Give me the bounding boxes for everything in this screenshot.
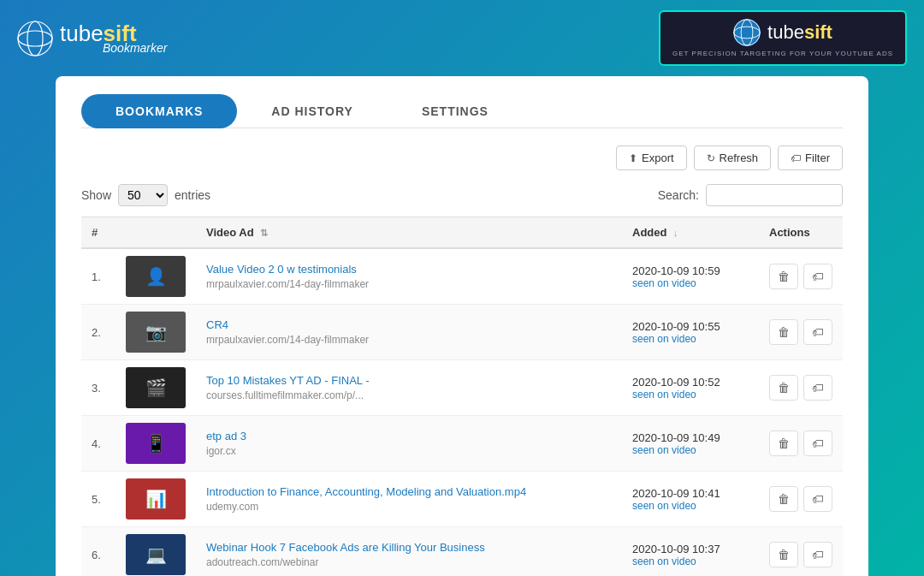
row-added: 2020-10-09 10:59 seen on video — [622, 248, 759, 305]
delete-button[interactable]: 🗑 — [769, 486, 798, 512]
row-actions: 🗑 🏷 — [759, 527, 843, 577]
entries-label: entries — [175, 188, 210, 202]
row-video-info: etp ad 3 igor.cx — [196, 416, 622, 472]
seen-on-video-link[interactable]: seen on video — [632, 389, 749, 401]
delete-button[interactable]: 🗑 — [769, 264, 798, 289]
row-actions: 🗑 🏷 — [759, 416, 843, 472]
row-num: 3. — [81, 360, 116, 416]
row-thumb: 📱 — [116, 416, 196, 472]
logo-right-sift: sift — [804, 21, 832, 43]
entries-select[interactable]: 10 25 50 100 — [118, 184, 168, 206]
row-num: 4. — [81, 416, 116, 472]
row-num: 5. — [81, 472, 116, 527]
tag-button[interactable]: 🏷 — [803, 319, 832, 345]
actions-container: 🗑 🏷 — [769, 486, 832, 512]
logo-tube: tube — [60, 21, 104, 46]
tag-button[interactable]: 🏷 — [803, 375, 832, 401]
row-thumb: 🎬 — [116, 360, 196, 416]
toolbar: ⬆ Export ↻ Refresh 🏷 Filter — [81, 145, 843, 170]
col-actions: Actions — [759, 217, 843, 249]
col-num: # — [81, 217, 116, 249]
logo-sub: Bookmarker — [103, 41, 167, 55]
tab-settings[interactable]: SETTINGS — [388, 94, 523, 128]
search-input[interactable] — [706, 184, 843, 206]
row-thumb: 📊 — [116, 472, 196, 527]
table-header: # Video Ad ⇅ Added ↓ Actions — [81, 217, 843, 249]
refresh-icon: ↻ — [707, 152, 715, 164]
seen-on-video-link[interactable]: seen on video — [632, 500, 749, 512]
video-domain: courses.fulltimefilmmaker.com/p/... — [206, 389, 364, 401]
actions-container: 🗑 🏷 — [769, 264, 832, 289]
table-controls: Show 10 25 50 100 entries Search: — [81, 184, 843, 206]
globe-icon — [17, 21, 53, 56]
table-row: 5. 📊 Introduction to Finance, Accounting… — [81, 472, 843, 527]
video-title-link[interactable]: CR4 — [206, 318, 612, 331]
video-domain: adoutreach.com/webinar — [206, 556, 318, 568]
video-domain: mrpaulxavier.com/14-day-filmmaker — [206, 334, 369, 346]
actions-container: 🗑 🏷 — [769, 431, 832, 456]
tag-button[interactable]: 🏷 — [803, 486, 832, 512]
export-icon: ⬆ — [629, 152, 637, 164]
show-entries: Show 10 25 50 100 entries — [81, 184, 210, 206]
delete-button[interactable]: 🗑 — [769, 319, 798, 345]
row-video-info: CR4 mrpaulxavier.com/14-day-filmmaker — [196, 305, 622, 360]
video-domain: igor.cx — [206, 445, 236, 457]
logo-tagline: GET PRECISION TARGETING FOR YOUR YOUTUBE… — [672, 50, 893, 57]
video-domain: udemy.com — [206, 501, 258, 513]
video-title-link[interactable]: etp ad 3 — [206, 430, 612, 442]
logo-right-tube: tube — [767, 21, 804, 43]
delete-button[interactable]: 🗑 — [769, 431, 798, 456]
added-date: 2020-10-09 10:49 — [632, 431, 749, 444]
seen-on-video-link[interactable]: seen on video — [632, 444, 749, 456]
refresh-button[interactable]: ↻ Refresh — [694, 145, 772, 170]
export-label: Export — [642, 151, 674, 164]
tag-button[interactable]: 🏷 — [803, 431, 832, 456]
tab-ad-history[interactable]: AD HISTORY — [237, 94, 388, 128]
video-title-link[interactable]: Webinar Hook 7 Facebook Ads are Killing … — [206, 541, 612, 554]
row-video-info: Webinar Hook 7 Facebook Ads are Killing … — [196, 527, 622, 577]
added-date: 2020-10-09 10:55 — [632, 320, 749, 333]
col-added[interactable]: Added ↓ — [622, 217, 759, 249]
video-ad-sort-icon: ⇅ — [260, 228, 268, 238]
actions-container: 🗑 🏷 — [769, 319, 832, 345]
filter-label: Filter — [805, 151, 830, 164]
col-thumb — [116, 217, 196, 249]
tag-button[interactable]: 🏷 — [803, 264, 832, 289]
refresh-label: Refresh — [720, 151, 759, 164]
seen-on-video-link[interactable]: seen on video — [632, 555, 749, 567]
row-added: 2020-10-09 10:52 seen on video — [622, 360, 759, 416]
delete-button[interactable]: 🗑 — [769, 375, 798, 401]
row-num: 6. — [81, 527, 116, 577]
row-video-info: Value Video 2 0 w testimonials mrpaulxav… — [196, 248, 622, 305]
video-title-link[interactable]: Value Video 2 0 w testimonials — [206, 263, 612, 276]
table-row: 2. 📷 CR4 mrpaulxavier.com/14-day-filmmak… — [81, 305, 843, 360]
row-added: 2020-10-09 10:49 seen on video — [622, 416, 759, 472]
added-date: 2020-10-09 10:52 — [632, 376, 749, 389]
added-date: 2020-10-09 10:37 — [632, 543, 749, 555]
actions-container: 🗑 🏷 — [769, 375, 832, 401]
table-row: 6. 💻 Webinar Hook 7 Facebook Ads are Kil… — [81, 527, 843, 577]
seen-on-video-link[interactable]: seen on video — [632, 333, 749, 345]
tag-button[interactable]: 🏷 — [803, 542, 832, 567]
filter-button[interactable]: 🏷 Filter — [778, 145, 843, 170]
tab-bookmarks[interactable]: BOOKMARKS — [81, 94, 237, 128]
logo-left: tubesift Bookmarker — [17, 21, 167, 56]
row-actions: 🗑 🏷 — [759, 472, 843, 527]
row-thumb: 👤 — [116, 248, 196, 305]
tab-bar: BOOKMARKS AD HISTORY SETTINGS — [81, 93, 843, 128]
globe-icon-right — [733, 19, 761, 46]
row-actions: 🗑 🏷 — [759, 360, 843, 416]
added-sort-icon: ↓ — [673, 228, 678, 238]
row-added: 2020-10-09 10:55 seen on video — [622, 305, 759, 360]
col-video-ad[interactable]: Video Ad ⇅ — [196, 217, 622, 249]
export-button[interactable]: ⬆ Export — [616, 145, 687, 170]
video-title-link[interactable]: Top 10 Mistakes YT AD - FINAL - — [206, 374, 612, 387]
seen-on-video-link[interactable]: seen on video — [632, 277, 749, 289]
logo-right-name: tubesift — [767, 21, 832, 44]
logo-right-box[interactable]: tubesift GET PRECISION TARGETING FOR YOU… — [659, 10, 907, 66]
row-added: 2020-10-09 10:37 seen on video — [622, 527, 759, 577]
row-thumb: 📷 — [116, 305, 196, 360]
delete-button[interactable]: 🗑 — [769, 542, 798, 567]
search-area: Search: — [658, 184, 843, 206]
video-title-link[interactable]: Introduction to Finance, Accounting, Mod… — [206, 485, 612, 498]
